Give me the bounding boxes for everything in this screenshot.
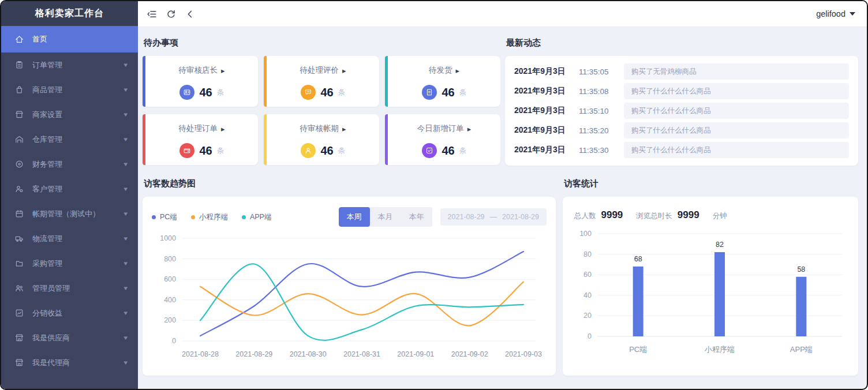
trend-section: 访客数趋势图 PC端小程序端APP端 本周本月本年 2021-08-29 — 2… — [143, 175, 556, 376]
svg-text:2021-09-02: 2021-09-02 — [451, 350, 488, 358]
stats-title: 访客统计 — [564, 178, 858, 189]
trend-period-tabs: 本周本月本年 — [339, 207, 432, 227]
sidebar-item-chart-box-11[interactable]: 分销收益▾ — [1, 301, 138, 325]
legend-item[interactable]: 小程序端 — [191, 212, 228, 222]
activity-text: 购买了什么什么什么商品 — [624, 83, 849, 99]
todo-card[interactable]: 待处理评价▸46条 — [264, 56, 379, 107]
trend-tab-1[interactable]: 本月 — [370, 207, 401, 227]
store-icon — [14, 358, 24, 367]
duration-value: 9999 — [678, 209, 699, 221]
activity-title: 最新动态 — [506, 38, 858, 48]
duration-unit: 分钟 — [713, 211, 727, 221]
sidebar-item-clipboard-1[interactable]: 订单管理▾ — [1, 52, 138, 77]
sidebar-item-admin-10[interactable]: 管理员管理▾ — [1, 276, 138, 301]
chevron-down-icon: ▾ — [124, 111, 128, 118]
svg-text:80: 80 — [583, 250, 592, 258]
legend-dot-icon — [191, 215, 195, 219]
sidebar-item-shop-3[interactable]: 商家设置▾ — [1, 102, 138, 127]
user-name: gelifood — [816, 9, 845, 18]
total-visitors-value: 9999 — [601, 209, 623, 221]
sidebar-item-calendar-7[interactable]: 帐期管理（测试中）▾ — [1, 201, 138, 226]
todo-card[interactable]: 待审核帐期▸46条 — [264, 114, 379, 165]
sidebar-item-label: 物流管理 — [32, 234, 124, 244]
wallet-icon — [179, 143, 194, 158]
activity-date: 2021年9月3日 — [514, 86, 579, 96]
legend-item[interactable]: PC端 — [152, 212, 177, 222]
svg-text:400: 400 — [164, 296, 176, 304]
arrow-right-icon: ▸ — [342, 67, 346, 74]
svg-text:68: 68 — [634, 255, 642, 263]
chevron-down-icon: ▾ — [124, 309, 128, 317]
clipboard-icon — [14, 60, 24, 70]
sidebar-item-label: 管理员管理 — [32, 283, 124, 294]
chevron-down-icon: ▾ — [124, 210, 128, 217]
back-icon[interactable] — [185, 9, 196, 20]
svg-text:0: 0 — [588, 332, 592, 340]
card-title: 待处理订单 — [178, 123, 218, 134]
legend-item[interactable]: APP端 — [242, 212, 272, 222]
sidebar-item-store-12[interactable]: 我是供应商▾ — [1, 325, 138, 350]
trend-tab-0[interactable]: 本周 — [339, 207, 370, 227]
card-accent-bar — [264, 114, 267, 165]
activity-panel: 2021年9月3日11:35:05购买了无骨鸡柳商品2021年9月3日11:35… — [505, 56, 858, 166]
sidebar-item-label: 仓库管理 — [32, 134, 124, 145]
goods-icon — [14, 85, 24, 95]
main-area: gelifood 待办事项 待审核店长▸46条待处理评价▸46条待发货▸46条待… — [138, 1, 867, 389]
visitor-trend-line-chart: 020040060080010002021-08-282021-08-29202… — [152, 228, 547, 367]
user-card-icon — [179, 85, 194, 100]
sidebar-item-label: 商家设置 — [32, 110, 124, 120]
svg-text:40: 40 — [583, 291, 592, 299]
warehouse-icon — [14, 134, 24, 144]
activity-date: 2021年9月3日 — [514, 106, 579, 116]
arrow-right-icon: ▸ — [342, 125, 346, 133]
arrow-right-icon: ▸ — [221, 125, 225, 133]
todo-card[interactable]: 待发货▸46条 — [385, 56, 500, 107]
chevron-down-icon: ▾ — [124, 61, 128, 69]
trend-tab-2[interactable]: 本年 — [401, 207, 432, 227]
collapse-sidebar-icon[interactable] — [147, 9, 158, 20]
date-end: 2021-08-29 — [502, 213, 539, 221]
card-unit: 条 — [459, 146, 466, 156]
activity-text: 购买了无骨鸡柳商品 — [624, 63, 849, 80]
sidebar-item-warehouse-4[interactable]: 仓库管理▾ — [1, 127, 138, 152]
user-menu[interactable]: gelifood — [816, 9, 855, 18]
sidebar-item-truck-8[interactable]: 物流管理▾ — [1, 226, 138, 251]
sidebar-item-home-0[interactable]: 首页 — [1, 26, 138, 52]
truck-icon — [14, 234, 24, 243]
sidebar-item-label: 分销收益 — [32, 308, 124, 318]
date-range-picker[interactable]: 2021-08-29 — 2021-08-29 — [440, 208, 547, 226]
card-unit: 条 — [217, 146, 224, 156]
todo-card[interactable]: 待审核店长▸46条 — [143, 56, 258, 107]
sidebar-item-store-13[interactable]: 我是代理商▾ — [1, 350, 138, 375]
activity-time: 11:35:08 — [579, 87, 624, 96]
admin-icon — [14, 283, 24, 293]
sidebar-item-label: 帐期管理（测试中） — [32, 209, 124, 219]
date-separator: — — [490, 213, 497, 221]
svg-text:60: 60 — [583, 271, 592, 279]
sidebar-nav: 首页订单管理▾商品管理▾商家设置▾仓库管理▾财务管理▾客户管理▾帐期管理（测试中… — [1, 26, 138, 389]
card-accent-bar — [385, 56, 388, 107]
activity-text: 购买了什么什么什么商品 — [624, 103, 849, 119]
todo-card[interactable]: 待处理订单▸46条 — [143, 114, 258, 165]
refresh-icon[interactable] — [166, 9, 177, 20]
card-count: 46 — [199, 144, 212, 158]
trend-title: 访客数趋势图 — [144, 178, 556, 189]
stats-section: 访客统计 总人数 9999 浏览总时长 9999 分钟 020406080100… — [563, 175, 858, 376]
card-accent-bar — [143, 114, 145, 165]
sidebar-item-finance-5[interactable]: 财务管理▾ — [1, 152, 138, 177]
sidebar-item-purchase-9[interactable]: 采购管理▾ — [1, 251, 138, 276]
chevron-down-icon — [850, 12, 855, 16]
activity-row: 2021年9月3日11:35:30购买了什么什么什么商品 — [514, 142, 849, 158]
arrow-right-icon: ▸ — [455, 67, 459, 74]
user-icon — [301, 143, 316, 158]
card-unit: 条 — [338, 88, 345, 97]
sidebar-item-label: 我是代理商 — [32, 358, 124, 368]
svg-text:600: 600 — [164, 275, 176, 283]
svg-text:200: 200 — [164, 316, 176, 324]
activity-row: 2021年9月3日11:35:08购买了什么什么什么商品 — [514, 83, 849, 99]
sidebar-item-customer-6[interactable]: 客户管理▾ — [1, 177, 138, 201]
chevron-down-icon: ▾ — [124, 86, 128, 93]
sidebar-item-goods-2[interactable]: 商品管理▾ — [1, 77, 138, 102]
todo-card[interactable]: 今日新增订单▸46条 — [385, 114, 500, 165]
chevron-down-icon: ▾ — [124, 260, 128, 267]
